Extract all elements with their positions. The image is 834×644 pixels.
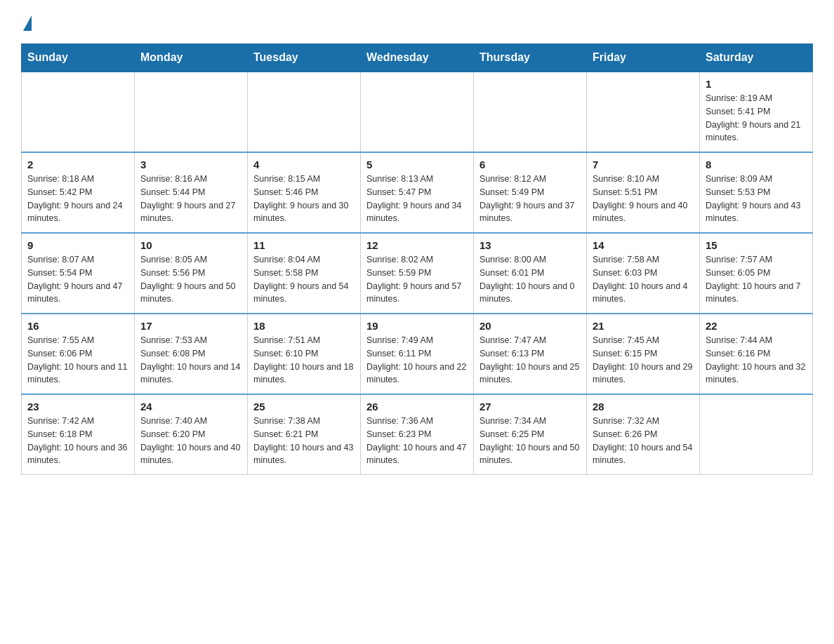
page-header [21, 14, 813, 31]
calendar-cell [474, 72, 587, 152]
weekday-header-tuesday: Tuesday [248, 44, 361, 72]
calendar-cell: 2Sunrise: 8:18 AMSunset: 5:42 PMDaylight… [22, 152, 135, 233]
day-info: Sunrise: 8:19 AMSunset: 5:41 PMDaylight:… [706, 92, 807, 145]
day-info: Sunrise: 7:44 AMSunset: 6:16 PMDaylight:… [706, 334, 807, 387]
day-number: 23 [27, 401, 128, 412]
calendar-cell: 11Sunrise: 8:04 AMSunset: 5:58 PMDayligh… [248, 233, 361, 314]
day-info: Sunrise: 7:57 AMSunset: 6:05 PMDaylight:… [706, 253, 807, 306]
day-number: 14 [593, 239, 694, 251]
day-info: Sunrise: 7:34 AMSunset: 6:25 PMDaylight:… [479, 415, 581, 467]
day-number: 28 [593, 401, 694, 412]
day-info: Sunrise: 7:45 AMSunset: 6:15 PMDaylight:… [593, 334, 694, 387]
day-number: 27 [479, 401, 581, 412]
weekday-header-saturday: Saturday [700, 44, 813, 72]
calendar-cell: 15Sunrise: 7:57 AMSunset: 6:05 PMDayligh… [700, 233, 813, 314]
week-row-3: 9Sunrise: 8:07 AMSunset: 5:54 PMDaylight… [22, 233, 813, 314]
day-number: 15 [706, 239, 807, 251]
day-info: Sunrise: 7:53 AMSunset: 6:08 PMDaylight:… [140, 334, 241, 387]
calendar-cell [135, 72, 248, 152]
day-number: 2 [27, 159, 128, 170]
calendar-cell: 12Sunrise: 8:02 AMSunset: 5:59 PMDayligh… [361, 233, 474, 314]
week-row-1: 1Sunrise: 8:19 AMSunset: 5:41 PMDaylight… [22, 72, 813, 152]
weekday-header-thursday: Thursday [474, 44, 587, 72]
day-info: Sunrise: 8:13 AMSunset: 5:47 PMDaylight:… [366, 173, 468, 225]
day-number: 18 [253, 320, 355, 332]
day-number: 8 [706, 159, 807, 170]
day-number: 24 [140, 401, 241, 412]
day-number: 11 [253, 239, 355, 251]
calendar-cell: 10Sunrise: 8:05 AMSunset: 5:56 PMDayligh… [135, 233, 248, 314]
calendar-cell: 18Sunrise: 7:51 AMSunset: 6:10 PMDayligh… [248, 314, 361, 394]
day-number: 20 [479, 320, 581, 332]
day-number: 1 [706, 78, 807, 90]
day-info: Sunrise: 8:18 AMSunset: 5:42 PMDaylight:… [27, 173, 128, 225]
day-info: Sunrise: 7:32 AMSunset: 6:26 PMDaylight:… [593, 415, 694, 467]
day-number: 6 [479, 159, 581, 170]
calendar-cell: 27Sunrise: 7:34 AMSunset: 6:25 PMDayligh… [474, 394, 587, 475]
day-number: 5 [366, 159, 468, 170]
calendar-cell: 22Sunrise: 7:44 AMSunset: 6:16 PMDayligh… [700, 314, 813, 394]
day-info: Sunrise: 8:10 AMSunset: 5:51 PMDaylight:… [593, 173, 694, 225]
day-info: Sunrise: 7:40 AMSunset: 6:20 PMDaylight:… [140, 415, 241, 467]
calendar-cell: 21Sunrise: 7:45 AMSunset: 6:15 PMDayligh… [587, 314, 700, 394]
logo [21, 14, 32, 31]
calendar-cell: 25Sunrise: 7:38 AMSunset: 6:21 PMDayligh… [248, 394, 361, 475]
day-info: Sunrise: 8:07 AMSunset: 5:54 PMDaylight:… [27, 253, 128, 306]
week-row-2: 2Sunrise: 8:18 AMSunset: 5:42 PMDaylight… [22, 152, 813, 233]
calendar-cell: 13Sunrise: 8:00 AMSunset: 6:01 PMDayligh… [474, 233, 587, 314]
weekday-header-wednesday: Wednesday [361, 44, 474, 72]
day-number: 26 [366, 401, 468, 412]
day-info: Sunrise: 8:05 AMSunset: 5:56 PMDaylight:… [140, 253, 241, 306]
day-info: Sunrise: 7:55 AMSunset: 6:06 PMDaylight:… [27, 334, 128, 387]
calendar-cell: 26Sunrise: 7:36 AMSunset: 6:23 PMDayligh… [361, 394, 474, 475]
day-info: Sunrise: 7:42 AMSunset: 6:18 PMDaylight:… [27, 415, 128, 467]
day-info: Sunrise: 7:49 AMSunset: 6:11 PMDaylight:… [366, 334, 468, 387]
calendar-cell: 24Sunrise: 7:40 AMSunset: 6:20 PMDayligh… [135, 394, 248, 475]
calendar-cell [700, 394, 813, 475]
calendar-cell [587, 72, 700, 152]
day-info: Sunrise: 7:47 AMSunset: 6:13 PMDaylight:… [479, 334, 581, 387]
day-info: Sunrise: 7:51 AMSunset: 6:10 PMDaylight:… [253, 334, 355, 387]
day-number: 10 [140, 239, 241, 251]
calendar-cell: 3Sunrise: 8:16 AMSunset: 5:44 PMDaylight… [135, 152, 248, 233]
weekday-header-friday: Friday [587, 44, 700, 72]
day-number: 7 [593, 159, 694, 170]
week-row-4: 16Sunrise: 7:55 AMSunset: 6:06 PMDayligh… [22, 314, 813, 394]
day-number: 22 [706, 320, 807, 332]
calendar-cell [361, 72, 474, 152]
logo-triangle-icon [23, 15, 32, 31]
day-info: Sunrise: 8:00 AMSunset: 6:01 PMDaylight:… [479, 253, 581, 306]
day-info: Sunrise: 8:12 AMSunset: 5:49 PMDaylight:… [479, 173, 581, 225]
calendar-cell: 9Sunrise: 8:07 AMSunset: 5:54 PMDaylight… [22, 233, 135, 314]
calendar-cell: 17Sunrise: 7:53 AMSunset: 6:08 PMDayligh… [135, 314, 248, 394]
day-info: Sunrise: 7:36 AMSunset: 6:23 PMDaylight:… [366, 415, 468, 467]
calendar-cell: 6Sunrise: 8:12 AMSunset: 5:49 PMDaylight… [474, 152, 587, 233]
day-number: 9 [27, 239, 128, 251]
day-info: Sunrise: 8:09 AMSunset: 5:53 PMDaylight:… [706, 173, 807, 225]
calendar-cell: 28Sunrise: 7:32 AMSunset: 6:26 PMDayligh… [587, 394, 700, 475]
day-number: 13 [479, 239, 581, 251]
week-row-5: 23Sunrise: 7:42 AMSunset: 6:18 PMDayligh… [22, 394, 813, 475]
weekday-header-row: SundayMondayTuesdayWednesdayThursdayFrid… [22, 44, 813, 72]
day-info: Sunrise: 8:15 AMSunset: 5:46 PMDaylight:… [253, 173, 355, 225]
calendar-cell: 1Sunrise: 8:19 AMSunset: 5:41 PMDaylight… [700, 72, 813, 152]
day-number: 19 [366, 320, 468, 332]
calendar-cell: 19Sunrise: 7:49 AMSunset: 6:11 PMDayligh… [361, 314, 474, 394]
day-info: Sunrise: 7:58 AMSunset: 6:03 PMDaylight:… [593, 253, 694, 306]
weekday-header-sunday: Sunday [22, 44, 135, 72]
calendar-cell: 5Sunrise: 8:13 AMSunset: 5:47 PMDaylight… [361, 152, 474, 233]
calendar-cell: 14Sunrise: 7:58 AMSunset: 6:03 PMDayligh… [587, 233, 700, 314]
calendar-cell: 8Sunrise: 8:09 AMSunset: 5:53 PMDaylight… [700, 152, 813, 233]
day-info: Sunrise: 8:02 AMSunset: 5:59 PMDaylight:… [366, 253, 468, 306]
weekday-header-monday: Monday [135, 44, 248, 72]
calendar-cell [248, 72, 361, 152]
calendar-cell [22, 72, 135, 152]
day-number: 17 [140, 320, 241, 332]
day-number: 3 [140, 159, 241, 170]
day-number: 25 [253, 401, 355, 412]
calendar-cell: 7Sunrise: 8:10 AMSunset: 5:51 PMDaylight… [587, 152, 700, 233]
day-number: 16 [27, 320, 128, 332]
day-number: 12 [366, 239, 468, 251]
day-info: Sunrise: 8:16 AMSunset: 5:44 PMDaylight:… [140, 173, 241, 225]
day-number: 21 [593, 320, 694, 332]
